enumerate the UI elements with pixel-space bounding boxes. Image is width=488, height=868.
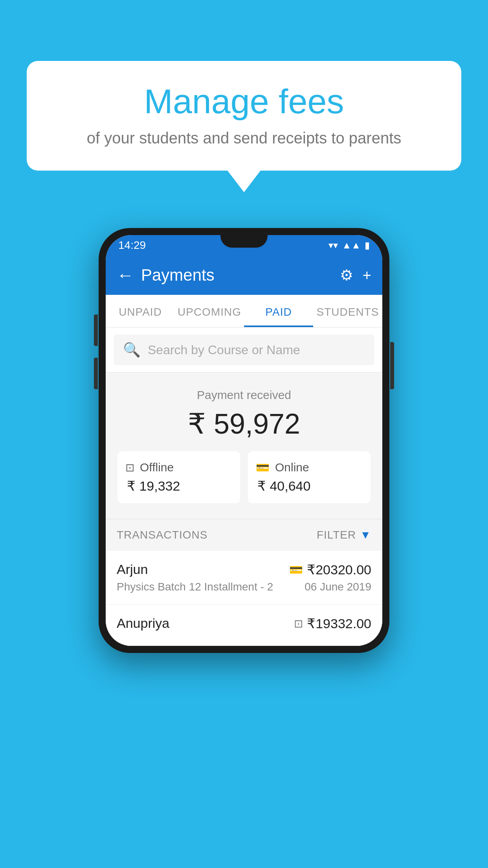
transactions-label: TRANSACTIONS bbox=[117, 529, 207, 541]
transaction-row1: Arjun 💳 ₹20320.00 bbox=[117, 562, 371, 577]
add-button[interactable]: + bbox=[363, 267, 371, 284]
payment-total-amount: ₹ 59,972 bbox=[117, 407, 371, 440]
filter-icon: ▼ bbox=[360, 529, 371, 541]
online-amount: ₹ 40,640 bbox=[256, 478, 363, 494]
speech-bubble-subtitle: of your students and send receipts to pa… bbox=[50, 129, 438, 147]
transaction-amount-container: ⊡ ₹19332.00 bbox=[294, 616, 371, 631]
transaction-course: Physics Batch 12 Installment - 2 bbox=[117, 581, 273, 593]
phone-screen-wrapper: 14:29 ▾▾ ▲▲ ▮ ← Payments ⚙ + bbox=[106, 235, 382, 646]
settings-button[interactable]: ⚙ bbox=[340, 267, 353, 284]
volume-up-button bbox=[94, 314, 98, 346]
offline-label: Offline bbox=[140, 461, 174, 474]
search-icon: 🔍 bbox=[123, 342, 141, 358]
status-icons: ▾▾ ▲▲ ▮ bbox=[328, 240, 370, 251]
table-row[interactable]: Anupriya ⊡ ₹19332.00 bbox=[106, 605, 382, 646]
offline-card: ⊡ Offline ₹ 19,332 bbox=[117, 451, 240, 503]
table-row[interactable]: Arjun 💳 ₹20320.00 Physics Batch 12 Insta… bbox=[106, 551, 382, 605]
offline-payment-icon: ⊡ bbox=[294, 617, 303, 630]
transaction-name: Arjun bbox=[117, 562, 148, 577]
transaction-amount: ₹20320.00 bbox=[307, 562, 371, 577]
background: Manage fees of your students and send re… bbox=[0, 0, 488, 868]
online-card-header: 💳 Online bbox=[256, 461, 363, 474]
status-time: 14:29 bbox=[118, 239, 146, 252]
search-input[interactable]: Search by Course or Name bbox=[148, 343, 300, 357]
offline-card-header: ⊡ Offline bbox=[125, 461, 232, 474]
phone-outer: 14:29 ▾▾ ▲▲ ▮ ← Payments ⚙ + bbox=[99, 228, 389, 653]
tabs-container: UNPAID UPCOMING PAID STUDENTS bbox=[106, 295, 382, 327]
transaction-amount: ₹19332.00 bbox=[307, 616, 371, 631]
transaction-row2: Physics Batch 12 Installment - 2 06 June… bbox=[117, 581, 371, 593]
tab-students[interactable]: STUDENTS bbox=[313, 295, 382, 327]
payment-cards: ⊡ Offline ₹ 19,332 💳 Online ₹ 40,640 bbox=[117, 451, 371, 503]
filter-label: FILTER bbox=[317, 529, 356, 541]
transaction-row1: Anupriya ⊡ ₹19332.00 bbox=[117, 616, 371, 631]
signal-icon: ▲▲ bbox=[342, 240, 361, 251]
transactions-header: TRANSACTIONS FILTER ▼ bbox=[106, 519, 382, 551]
search-container: 🔍 Search by Course or Name bbox=[106, 327, 382, 373]
app-bar-left: ← Payments bbox=[117, 266, 215, 285]
offline-amount: ₹ 19,332 bbox=[125, 478, 232, 494]
battery-icon: ▮ bbox=[365, 240, 370, 251]
app-bar: ← Payments ⚙ + bbox=[106, 256, 382, 295]
speech-bubble-container: Manage fees of your students and send re… bbox=[27, 61, 461, 192]
transaction-name: Anupriya bbox=[117, 616, 169, 631]
tab-upcoming[interactable]: UPCOMING bbox=[175, 295, 244, 327]
notch bbox=[220, 235, 268, 248]
volume-down-button bbox=[94, 358, 98, 389]
payment-received-label: Payment received bbox=[117, 388, 371, 402]
online-icon: 💳 bbox=[256, 461, 270, 474]
app-bar-right: ⚙ + bbox=[340, 267, 371, 284]
page-title: Payments bbox=[141, 266, 215, 285]
power-button bbox=[390, 342, 394, 389]
status-bar: 14:29 ▾▾ ▲▲ ▮ bbox=[106, 235, 382, 256]
card-icon: 💳 bbox=[289, 563, 303, 576]
offline-icon: ⊡ bbox=[125, 461, 134, 474]
tab-paid[interactable]: PAID bbox=[244, 295, 313, 327]
speech-bubble: Manage fees of your students and send re… bbox=[27, 61, 461, 171]
back-button[interactable]: ← bbox=[117, 267, 134, 284]
payment-summary: Payment received ₹ 59,972 ⊡ Offline ₹ 19… bbox=[106, 373, 382, 519]
search-box[interactable]: 🔍 Search by Course or Name bbox=[114, 335, 374, 365]
phone-container: 14:29 ▾▾ ▲▲ ▮ ← Payments ⚙ + bbox=[99, 228, 389, 653]
tab-unpaid[interactable]: UNPAID bbox=[106, 295, 175, 327]
transaction-amount-container: 💳 ₹20320.00 bbox=[289, 562, 371, 577]
wifi-icon: ▾▾ bbox=[328, 240, 338, 251]
filter-button[interactable]: FILTER ▼ bbox=[317, 529, 371, 541]
speech-bubble-arrow bbox=[227, 171, 261, 192]
transaction-date: 06 June 2019 bbox=[305, 581, 371, 593]
online-label: Online bbox=[275, 461, 309, 474]
online-card: 💳 Online ₹ 40,640 bbox=[248, 451, 371, 503]
speech-bubble-title: Manage fees bbox=[50, 83, 438, 121]
